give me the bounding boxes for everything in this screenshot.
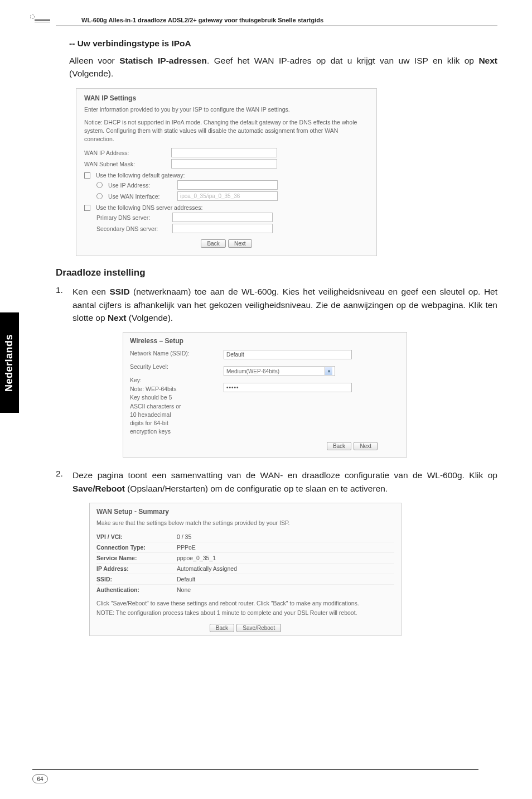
vpi-vci-label: VPI / VCI:: [96, 533, 169, 540]
ipoa-body-mid: . Geef het WAN IP-adres op dat u krijgt …: [207, 56, 479, 65]
security-row: Security Level:: [130, 363, 214, 370]
table-row: VPI / VCI:0 / 35: [96, 532, 394, 542]
key-row: Key:: [130, 377, 214, 383]
use-wan-radio[interactable]: [96, 193, 103, 199]
use-ip-label: Use IP Address:: [108, 182, 174, 189]
ipoa-heading: -- Uw verbindingstype is IPoA: [69, 38, 497, 49]
use-dns-checkbox[interactable]: [84, 205, 90, 211]
wan-ip-settings-screenshot: WAN IP Settings Enter information provid…: [76, 88, 377, 257]
summary-save-reboot-button[interactable]: Save/Reboot: [236, 624, 281, 632]
use-wan-label: Use WAN Interface:: [108, 193, 174, 200]
brand-logo-icon: [35, 18, 50, 22]
default-gw-checkbox-row: Use the following default gateway:: [84, 172, 369, 179]
chevron-down-icon: ▾: [325, 367, 332, 375]
ipoa-body-prefix: Alleen voor: [69, 56, 119, 65]
vpi-vci-value: 0 / 35: [177, 533, 191, 540]
use-wan-iface-value[interactable]: ipoa_0_35/ipa_0_35_36: [177, 191, 278, 201]
step-2-suffix: (Opslaan/Herstarten) om de configuratie …: [125, 484, 388, 493]
step-1-strong-next: Next: [108, 313, 127, 323]
primary-dns-input[interactable]: [172, 213, 273, 222]
wan-ip-label: WAN IP Address:: [84, 150, 168, 156]
security-select-value: Medium(WEP-64bits): [226, 368, 279, 374]
wan-subnet-input[interactable]: [171, 159, 277, 169]
default-gw-checkbox[interactable]: [84, 172, 90, 179]
step-2-prefix: Deze pagina toont een samenvatting van d…: [72, 470, 497, 480]
wireless-setup-screenshot: Wireless – Setup Network Name (SSID): Se…: [123, 332, 407, 458]
conn-type-value: PPPoE: [177, 544, 196, 551]
table-row: Service Name:pppoe_0_35_1: [96, 552, 394, 563]
page-number: 64: [32, 774, 48, 783]
summary-note-2: NOTE: The configuration process takes ab…: [96, 609, 394, 617]
step-2-text: Deze pagina toont een samenvatting van d…: [72, 469, 497, 495]
ssid-row: Network Name (SSID):: [130, 350, 214, 357]
ip-addr-label: IP Address:: [96, 565, 169, 572]
wireless-subhead: Draadloze instelling: [56, 267, 497, 278]
summary-back-button[interactable]: Back: [210, 624, 234, 632]
wan-ip-row: WAN IP Address:: [84, 148, 369, 157]
service-name-label: Service Name:: [96, 555, 169, 561]
default-gw-label: Use the following default gateway:: [96, 172, 185, 179]
step-1-suffix: (Volgende).: [127, 313, 173, 323]
wan-summary-screenshot: WAN Setup - Summary Make sure that the s…: [89, 503, 402, 636]
ip-addr-value: Automatically Assigned: [177, 565, 237, 572]
table-row: SSID:Default: [96, 574, 394, 584]
ssid-input[interactable]: Default: [224, 350, 352, 359]
table-row: Authentication:None: [96, 584, 394, 595]
step-2-number: 2.: [56, 469, 65, 495]
wan-ip-button-row: Back Next: [84, 238, 369, 248]
wan-ip-intro: Enter information provided to you by you…: [84, 105, 369, 114]
step-1-strong-ssid: SSID: [109, 287, 129, 296]
wireless-title: Wireless – Setup: [130, 337, 400, 345]
use-dns-label: Use the following DNS server addresses:: [96, 204, 202, 211]
step-1-number: 1.: [56, 285, 65, 324]
use-ip-radio[interactable]: [96, 182, 103, 188]
wireless-back-button[interactable]: Back: [327, 442, 351, 450]
summary-title: WAN Setup - Summary: [96, 508, 394, 516]
secondary-dns-label: Secondary DNS server:: [96, 225, 169, 232]
table-row: Connection Type:PPPoE: [96, 542, 394, 552]
key-note: Note: WEP-64bits Key should be 5 ASCII c…: [130, 385, 186, 436]
use-ip-input[interactable]: [177, 180, 278, 190]
ipoa-body: Alleen voor Statisch IP-adressen. Geef h…: [69, 54, 497, 80]
product-header-text: WL-600g Alles-in-1 draadloze ADSL2/2+ ga…: [81, 17, 323, 23]
ssid-summary-label: SSID:: [96, 576, 169, 583]
summary-note-1: Click "Save/Reboot" to save these settin…: [96, 599, 394, 608]
page-header: WL-600g Alles-in-1 draadloze ADSL2/2+ ga…: [56, 17, 497, 26]
security-select[interactable]: Medium(WEP-64bits)▾: [224, 366, 335, 376]
wan-ip-next-button[interactable]: Next: [228, 239, 252, 248]
use-wan-iface-row: Use WAN Interface: ipoa_0_35/ipa_0_35_36: [84, 191, 369, 201]
security-label: Security Level:: [130, 363, 168, 370]
wireless-next-button[interactable]: Next: [354, 442, 378, 450]
step-1-prefix: Ken een: [72, 287, 109, 296]
step-2-strong: Save/Reboot: [72, 484, 125, 493]
secondary-dns-input[interactable]: [172, 224, 273, 233]
wan-ip-back-button[interactable]: Back: [201, 239, 225, 248]
wan-ip-input[interactable]: [171, 148, 277, 157]
ipoa-strong-2: Next: [478, 56, 497, 65]
document-page: WL-600g Alles-in-1 draadloze ADSL2/2+ ga…: [0, 0, 532, 636]
primary-dns-row: Primary DNS server:: [84, 213, 369, 222]
ipoa-strong-1: Statisch IP-adressen: [119, 56, 207, 65]
wireless-button-row: Back Next: [130, 440, 400, 450]
summary-button-row: Back Save/Reboot: [96, 622, 394, 632]
wireless-step-1: 1. Ken een SSID (netwerknaam) toe aan de…: [56, 285, 497, 324]
conn-type-label: Connection Type:: [96, 544, 169, 551]
key-label: Key:: [130, 377, 142, 383]
ssid-summary-value: Default: [177, 576, 195, 583]
secondary-dns-row: Secondary DNS server:: [84, 224, 369, 233]
wan-ip-notice: Notice: DHCP is not supported in IPoA mo…: [84, 118, 369, 144]
use-dns-checkbox-row: Use the following DNS server addresses:: [84, 204, 369, 211]
wan-subnet-row: WAN Subnet Mask:: [84, 159, 369, 169]
primary-dns-label: Primary DNS server:: [96, 214, 169, 221]
wan-subnet-label: WAN Subnet Mask:: [84, 161, 168, 167]
key-input[interactable]: •••••: [224, 383, 352, 392]
wan-ip-title: WAN IP Settings: [84, 94, 369, 102]
service-name-value: pppoe_0_35_1: [177, 555, 216, 561]
table-row: IP Address:Automatically Assigned: [96, 563, 394, 574]
ipoa-body-suffix: (Volgende).: [69, 69, 113, 78]
ssid-label: Network Name (SSID):: [130, 350, 190, 357]
use-ip-address-row: Use IP Address:: [84, 180, 369, 190]
summary-step-2: 2. Deze pagina toont een samenvatting va…: [56, 469, 497, 495]
page-footer: 64: [32, 769, 478, 784]
summary-intro: Make sure that the settings below match …: [96, 519, 394, 527]
